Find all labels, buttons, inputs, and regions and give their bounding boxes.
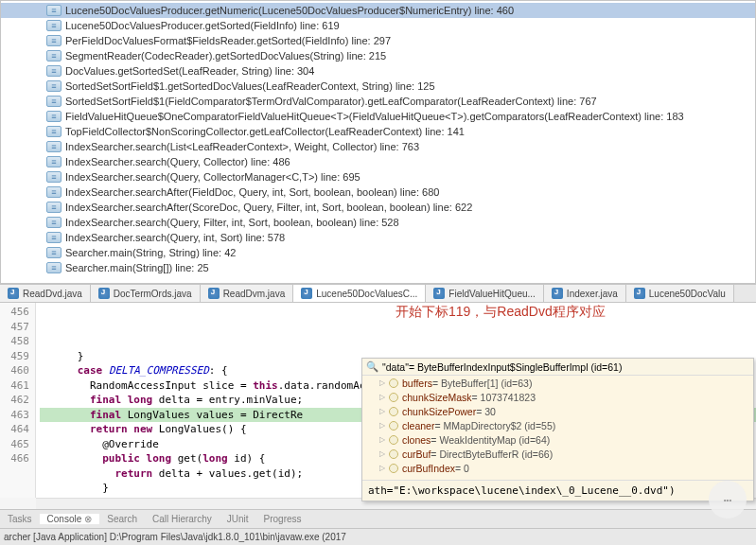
stack-frame-text: SortedSetSortField$1.getSortedDocValues(… [65,80,435,92]
bottom-tab-junit[interactable]: JUnit [220,514,256,524]
var-value: = 0 [455,463,469,474]
stack-frame[interactable]: ≡SegmentReader(CodecReader).getSortedDoc… [1,48,755,63]
variable-row[interactable]: ▷chunkSizeMask= 1073741823 [362,390,753,404]
stack-frame-text: IndexSearcher.search(Query, Collector) l… [65,156,290,167]
stack-frame[interactable]: ≡IndexSearcher.search(Query, Filter, int… [1,215,755,230]
line-number: 457 [0,320,29,335]
var-value: = 30 [476,406,496,417]
stack-frame-icon: ≡ [46,96,62,107]
stack-frame-text: Lucene50DocValuesProducer.getNumeric(Luc… [65,5,514,16]
stack-frame[interactable]: ≡Lucene50DocValuesProducer.getNumeric(Lu… [1,3,755,18]
field-icon [389,435,398,445]
expression-bar[interactable]: ath="E:\workspace\lucene\index\_0_Lucene… [362,480,753,501]
stack-frame[interactable]: ≡SortedSetSortField$1.getSortedDocValues… [1,79,755,94]
java-file-icon [433,288,445,299]
expand-icon[interactable]: ▷ [379,464,385,472]
status-text: archer [Java Application] D:\Program Fil… [4,532,346,542]
stack-frame-text: IndexSearcher.search(Query, CollectorMan… [65,171,360,183]
stack-frame-text: Searcher.main(String[]) line: 25 [65,262,209,273]
stack-frame[interactable]: ≡TopFieldCollector$NonScoringCollector.g… [1,124,755,139]
stack-frame[interactable]: ≡Lucene50DocValuesProducer.getSorted(Fie… [1,18,755,33]
stack-frame[interactable]: ≡Searcher.main(String[]) line: 25 [1,260,755,275]
stack-frame[interactable]: ≡IndexSearcher.searchAfter(FieldDoc, Que… [1,185,755,200]
stack-frame-text: SegmentReader(CodecReader).getSortedDocV… [65,50,386,62]
line-number: 458 [0,334,29,349]
inspect-header: 🔍 "data"= ByteBufferIndexInput$SingleBuf… [362,359,753,376]
editor-tab[interactable]: FieldValueHitQueu... [426,285,544,302]
bottom-tab-search[interactable]: Search [99,514,145,524]
editor-tab[interactable]: DocTermOrds.java [91,285,201,302]
stack-frame[interactable]: ≡IndexSearcher.search(Query, CollectorMa… [1,169,755,185]
editor-tab[interactable]: Indexer.java [544,285,626,302]
variable-row[interactable]: ▷clones= WeakIdentityMap (id=64) [362,432,753,447]
stack-frame[interactable]: ≡SortedSetSortField$1(FieldComparator$Te… [1,94,755,109]
variable-row[interactable]: ▷chunkSizePower= 30 [362,404,753,418]
field-icon [389,449,398,459]
field-icon [389,464,398,473]
variable-row[interactable]: ▷curBuf= DirectByteBufferR (id=66) [362,447,753,461]
stack-frame-text: IndexSearcher.search(List<LeafReaderCont… [65,141,419,152]
stack-frame[interactable]: ≡FieldValueHitQueue$OneComparatorFieldVa… [1,109,755,124]
stack-frame[interactable]: ≡IndexSearcher.search(List<LeafReaderCon… [1,139,755,154]
stack-frame-icon: ≡ [46,20,62,31]
stack-frame-icon: ≡ [46,50,62,62]
chat-bubble-icon[interactable]: ••• [709,481,747,519]
stack-frame-text: IndexSearcher.search(Query, Filter, int,… [65,217,399,228]
status-bar: archer [Java Application] D:\Program Fil… [0,528,756,545]
variable-inspect-popup[interactable]: 🔍 "data"= ByteBufferIndexInput$SingleBuf… [361,358,754,501]
search-icon: 🔍 [366,360,378,373]
stack-frame[interactable]: ≡IndexSearcher.searchAfter(ScoreDoc, Que… [1,200,755,215]
debug-stack-panel[interactable]: ≡Lucene50DocValuesProducer.getNumeric(Lu… [0,0,756,284]
line-gutter: 456457458459460461462463464465466 [0,303,36,498]
tab-label: ReadDvd.java [23,289,82,299]
tab-label: DocTermOrds.java [114,289,192,299]
close-icon[interactable]: ⊗ [84,514,92,524]
bottom-tab-progress[interactable]: Progress [256,514,309,524]
bottom-tab-tasks[interactable]: Tasks [0,514,40,524]
line-number: 463 [0,408,29,423]
var-value: = ByteBuffer[1] (id=63) [432,378,532,389]
bottom-tab-label: JUnit [227,514,249,524]
line-number: 465 [0,437,29,452]
stack-frame[interactable]: ≡PerFieldDocValuesFormat$FieldsReader.ge… [1,33,755,48]
editor-tab[interactable]: ReadDvd.java [0,285,91,302]
var-name: chunkSizePower [402,406,476,417]
stack-frame-icon: ≡ [46,65,62,77]
editor-tab[interactable]: Lucene50DocValuesC... [293,285,426,302]
stack-frame[interactable]: ≡DocValues.getSortedSet(LeafReader, Stri… [1,63,755,79]
expand-icon[interactable]: ▷ [379,407,385,415]
stack-frame[interactable]: ≡IndexSearcher.search(Query, int, Sort) … [1,230,755,245]
editor-tab[interactable]: Lucene50DocValu [626,285,734,302]
expand-icon[interactable]: ▷ [379,449,385,458]
tab-label: Lucene50DocValu [649,289,726,299]
stack-frame-icon: ≡ [46,171,62,183]
stack-frame-icon: ≡ [46,247,62,258]
var-value: = MMapDirectory$2 (id=55) [434,420,555,431]
expand-icon[interactable]: ▷ [379,435,385,444]
stack-frame[interactable]: ≡Searcher.main(String, String) line: 42 [1,245,755,260]
bottom-tab-console[interactable]: Console ⊗ [40,514,100,524]
bottom-view-tabs: TasksConsole ⊗SearchCall HierarchyJUnitP… [0,509,756,528]
java-file-icon [552,288,563,299]
stack-frame-icon: ≡ [46,202,62,213]
stack-frame-icon: ≡ [46,35,62,46]
stack-frame-text: PerFieldDocValuesFormat$FieldsReader.get… [65,35,391,46]
var-value: = 1073741823 [472,392,536,403]
editor-tab[interactable]: ReadDvm.java [201,285,294,302]
tab-label: FieldValueHitQueu... [448,289,536,299]
variable-row[interactable]: ▷cleaner= MMapDirectory$2 (id=55) [362,418,753,432]
stack-frame-icon: ≡ [46,80,62,92]
stack-frame-text: IndexSearcher.searchAfter(FieldDoc, Quer… [65,186,439,198]
java-file-icon [301,288,312,299]
variable-row[interactable]: ▷buffers= ByteBuffer[1] (id=63) [362,376,753,390]
expand-icon[interactable]: ▷ [379,378,385,387]
var-name: curBufIndex [402,463,455,474]
field-icon [389,421,398,431]
variable-row[interactable]: ▷curBufIndex= 0 [362,461,753,475]
expand-icon[interactable]: ▷ [379,393,385,401]
bottom-tab-call-hierarchy[interactable]: Call Hierarchy [145,514,220,524]
expand-icon[interactable]: ▷ [379,421,385,430]
stack-frame[interactable]: ≡IndexSearcher.search(Query, Collector) … [1,154,755,169]
stack-frame-text: IndexSearcher.search(Query, int, Sort) l… [65,232,285,243]
java-file-icon [208,288,220,299]
